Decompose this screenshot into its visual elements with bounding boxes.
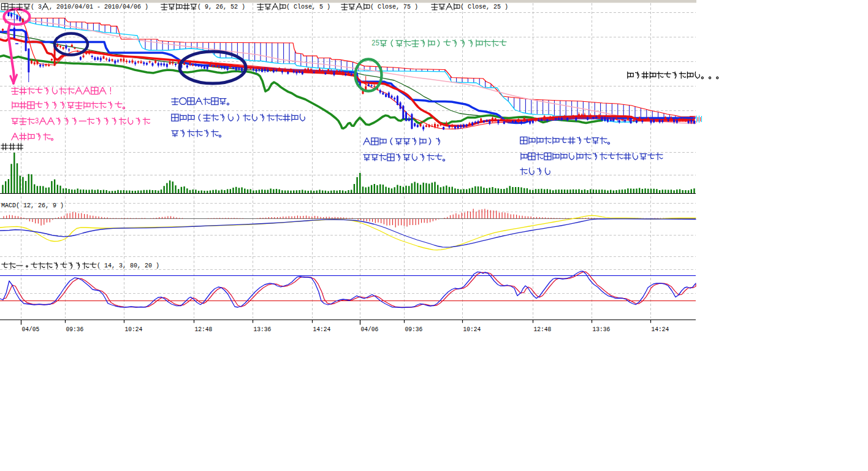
svg-text:13:36: 13:36: [593, 326, 611, 333]
svg-text:( 9, 26, 52 ): ( 9, 26, 52 ): [197, 2, 245, 11]
svg-text:04/05: 04/05: [22, 326, 40, 333]
svg-text:04/06: 04/06: [361, 326, 379, 333]
svg-text:10:24: 10:24: [125, 326, 143, 333]
svg-text:14:24: 14:24: [652, 326, 669, 333]
svg-text:12:48: 12:48: [195, 326, 213, 333]
svg-text:09:36: 09:36: [405, 326, 423, 333]
svg-text:3: 3: [35, 117, 39, 126]
svg-text:25: 25: [371, 39, 379, 48]
svg-text:13:36: 13:36: [254, 326, 272, 333]
svg-text:10:24: 10:24: [463, 326, 481, 333]
svg-text:( 3: ( 3: [31, 2, 42, 11]
svg-text:( 14, 3, 80, 20 ): ( 14, 3, 80, 20 ): [97, 261, 159, 270]
svg-text:( Close, 5 ): ( Close, 5 ): [286, 2, 330, 11]
svg-text:MACD( 12, 26, 9 ): MACD( 12, 26, 9 ): [1, 201, 64, 210]
svg-text:14:24: 14:24: [313, 326, 331, 333]
svg-text:( Close, 75 ): ( Close, 75 ): [370, 2, 418, 11]
svg-text:( Close, 25 ): ( Close, 25 ): [460, 2, 508, 11]
svg-text:12:48: 12:48: [534, 326, 552, 333]
svg-text:09:36: 09:36: [66, 326, 84, 333]
svg-text:, 2010/04/01 - 2010/04/06 ): , 2010/04/01 - 2010/04/06 ): [49, 2, 148, 11]
